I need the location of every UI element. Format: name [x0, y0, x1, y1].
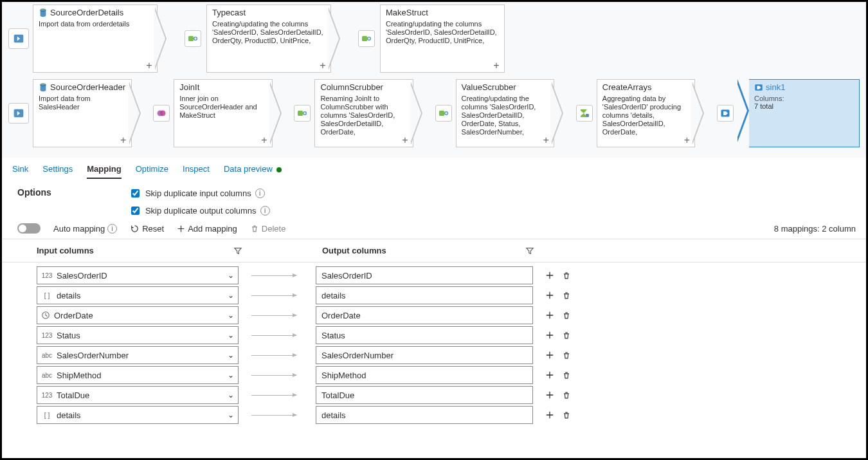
add-transform-button[interactable]: +	[682, 135, 692, 145]
sink-tabs: SinkSettingsMappingOptimizeInspectData p…	[2, 158, 866, 179]
output-column-name: OrderDate	[321, 311, 361, 320]
source-handle[interactable]	[8, 28, 29, 49]
info-icon[interactable]: i	[107, 224, 117, 234]
add-row-button[interactable]	[545, 290, 555, 300]
input-column-select[interactable]: 123SalesOrderID⌄	[37, 266, 239, 284]
add-mapping-button[interactable]: Add mapping	[177, 224, 237, 234]
output-column-input[interactable]: ShipMethod	[316, 366, 533, 384]
add-row-button[interactable]	[545, 410, 555, 420]
flow-node-desc: Creating/updating the columns 'SalesOrde…	[212, 20, 325, 45]
transform-icon	[294, 105, 311, 122]
info-icon[interactable]: i	[255, 189, 265, 198]
flow-chevron	[417, 79, 431, 147]
delete-label: Delete	[262, 224, 286, 234]
flow-node-desc: Import data from orderdetails	[39, 20, 152, 28]
info-icon[interactable]: i	[260, 206, 270, 216]
flow-node[interactable]: TypecastCreating/updating the columns 'S…	[206, 5, 331, 73]
delete-row-button[interactable]	[561, 410, 572, 420]
sink-node[interactable]: sink1Columns:7 total	[749, 79, 860, 147]
chevron-down-icon: ⌄	[228, 271, 234, 280]
flow-node[interactable]: ValueScrubberCreating/updating the colum…	[456, 79, 555, 147]
add-row-button[interactable]	[545, 330, 555, 340]
output-column-input[interactable]: SalesOrderID	[316, 266, 533, 284]
add-transform-button[interactable]: +	[259, 135, 269, 145]
input-column-name: details	[57, 410, 81, 420]
input-column-select[interactable]: OrderDate⌄	[37, 306, 239, 324]
input-column-name: SalesOrderNumber	[57, 351, 129, 360]
add-row-button[interactable]	[545, 270, 555, 281]
flow-node[interactable]: SourceOrderHeaderImport data from SalesH…	[33, 79, 132, 147]
delete-row-button[interactable]	[561, 310, 572, 320]
flow-node[interactable]: MakeStructCreating/updating the columns …	[380, 5, 505, 73]
flow-canvas[interactable]: SourceOrderDetailsImport data from order…	[2, 2, 866, 158]
flow-node[interactable]: CreateArraysAggregating data by 'SalesOr…	[597, 79, 696, 147]
transform-pill[interactable]	[294, 79, 311, 147]
input-column-select[interactable]: 123TotalDue⌄	[37, 386, 239, 404]
tab-mapping[interactable]: Mapping	[87, 160, 121, 179]
flow-node[interactable]: ColumnScrubberRenaming JoinIt to ColumnS…	[314, 79, 413, 147]
delete-row-button[interactable]	[561, 330, 572, 340]
mapping-rows: 123SalesOrderID⌄SalesOrderID[ ]details⌄d…	[2, 262, 866, 424]
delete-row-button[interactable]	[561, 370, 572, 380]
add-transform-button[interactable]: +	[400, 135, 410, 145]
tab-sink[interactable]: Sink	[12, 160, 28, 179]
sink-node-wrap: sink1Columns:7 total	[737, 79, 860, 147]
output-column-input[interactable]: details	[316, 286, 533, 304]
input-column-select[interactable]: 123Status⌄	[37, 326, 239, 344]
add-row-button[interactable]	[545, 350, 555, 360]
delete-row-button[interactable]	[561, 350, 572, 360]
add-row-button[interactable]	[545, 310, 555, 320]
tab-inspect[interactable]: Inspect	[183, 160, 210, 179]
filter-input-icon[interactable]	[233, 246, 242, 255]
transform-pill[interactable]	[357, 5, 376, 73]
flow-node[interactable]: JoinItInner join on SourceOrderHeader an…	[174, 79, 273, 147]
transform-pill[interactable]	[153, 79, 170, 147]
add-row-button[interactable]	[545, 390, 555, 400]
tab-settings[interactable]: Settings	[42, 160, 73, 179]
add-row-button[interactable]	[545, 370, 555, 380]
transform-icon	[435, 105, 452, 122]
source-handle[interactable]	[8, 103, 29, 124]
chevron-down-icon: ⌄	[228, 391, 234, 400]
flow-node[interactable]: SourceOrderDetailsImport data from order…	[33, 5, 158, 73]
output-column-input[interactable]: Status	[316, 326, 533, 344]
flow-node-title: SourceOrderDetails	[39, 8, 152, 17]
input-column-select[interactable]: abcSalesOrderNumber⌄	[37, 346, 239, 364]
tab-data-preview[interactable]: Data preview	[224, 160, 282, 179]
input-column-select[interactable]: [ ]details⌄	[37, 286, 239, 304]
transform-pill[interactable]	[183, 5, 203, 73]
add-transform-button[interactable]: +	[318, 60, 328, 71]
add-transform-button[interactable]: +	[144, 60, 154, 71]
skip-dup-input-checkbox[interactable]	[131, 189, 140, 198]
skip-dup-output[interactable]: Skip duplicate output columns i	[129, 205, 270, 217]
output-column-input[interactable]: SalesOrderNumber	[316, 346, 533, 364]
flow-node-desc: Inner join on SourceOrderHeader and Make…	[179, 95, 267, 120]
filter-output-icon[interactable]	[525, 246, 534, 255]
auto-mapping-toggle[interactable]	[17, 223, 41, 234]
output-column-input[interactable]: TotalDue	[316, 386, 533, 404]
delete-row-button[interactable]	[561, 390, 572, 400]
skip-dup-input[interactable]: Skip duplicate input columns i	[129, 187, 270, 199]
delete-row-button[interactable]	[561, 270, 572, 281]
output-column-input[interactable]: OrderDate	[316, 306, 533, 324]
add-transform-button[interactable]: +	[541, 135, 551, 145]
add-transform-button[interactable]: +	[118, 135, 129, 145]
flow-node-desc: Creating/updating the columns 'SalesOrde…	[462, 95, 549, 136]
skip-dup-output-checkbox[interactable]	[131, 207, 140, 215]
tab-optimize[interactable]: Optimize	[136, 160, 168, 179]
input-column-select[interactable]: [ ]details⌄	[37, 406, 239, 424]
input-column-select[interactable]: abcShipMethod⌄	[37, 366, 239, 384]
sink-pill[interactable]	[717, 79, 734, 147]
output-column-input[interactable]: details	[316, 406, 533, 424]
delete-row-button[interactable]	[561, 290, 572, 300]
delete-button[interactable]: Delete	[250, 224, 286, 234]
transform-pill[interactable]	[576, 79, 593, 147]
add-transform-button[interactable]: +	[491, 60, 502, 71]
flow-chevron	[161, 5, 179, 73]
transform-icon	[358, 30, 375, 47]
transform-pill[interactable]	[435, 79, 452, 147]
reset-button[interactable]: Reset	[130, 224, 164, 234]
type-icon: abc	[41, 372, 53, 379]
mapping-arrow	[251, 295, 316, 296]
input-column-name: Status	[57, 331, 80, 340]
